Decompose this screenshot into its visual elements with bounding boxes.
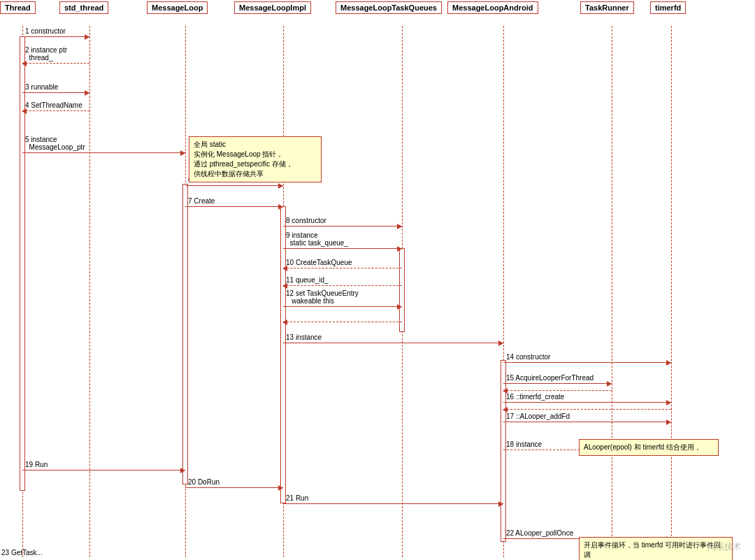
watermark: 淘系技术 (707, 541, 741, 553)
sequence-arrow (22, 92, 89, 93)
step-label: 19 Run (25, 461, 48, 468)
sequence-arrow (283, 226, 402, 227)
step-label: 4 SetThreadName (25, 101, 82, 109)
arrow-head (278, 204, 283, 210)
arrow-head (282, 320, 287, 325)
sequence-arrow (185, 185, 283, 186)
step-label: 17 ::ALooper_addFd (506, 412, 570, 420)
arrow-head (85, 90, 89, 96)
actor-messageloopimpl: MessageLoopImpl (234, 1, 311, 14)
step-label: 13 instance (286, 333, 322, 341)
arrow-head (22, 108, 27, 114)
sequence-arrow (503, 390, 612, 391)
arrow-head (282, 283, 287, 289)
sequence-arrow (283, 285, 402, 286)
step-label: 8 constructor (286, 217, 326, 224)
step-23-hint: 23 GetTask... (1, 549, 43, 557)
step-label: 1 constructor (25, 27, 66, 35)
note-note1: 全局 static 实例化 MessageLoop 指针， 通过 pthread… (189, 136, 322, 182)
activation-messageloop (182, 184, 188, 484)
activation-messageloopimpl (280, 206, 286, 503)
actor-thread: Thread (0, 1, 36, 14)
sequence-arrow (22, 36, 89, 37)
lifeline-std_thread (89, 26, 90, 557)
sequence-arrow (22, 470, 185, 471)
activation-messageloopandroid (501, 360, 506, 542)
actor-std_thread: std_thread (59, 1, 108, 14)
activation-thread (20, 36, 25, 491)
step-label: 14 constructor (506, 353, 550, 361)
sequence-arrow (185, 487, 283, 488)
lifeline-timerfd (671, 26, 672, 557)
activation-messagelooptaskqueues (399, 248, 405, 332)
step-label: 21 Run (286, 494, 308, 502)
step-label: 9 instance static task_queue_ (286, 231, 348, 247)
step-label: 22 ALooper_pollOnce (506, 529, 573, 537)
actor-timerfd: timerfd (650, 1, 686, 14)
step-label: 5 instance MessageLoop_ptr (25, 136, 85, 151)
actor-taskrunner: TaskRunner (580, 1, 634, 14)
arrow-head (22, 61, 27, 66)
arrow-head (498, 340, 503, 346)
sequence-arrow (283, 343, 503, 343)
arrow-head (397, 224, 402, 229)
arrow-head (282, 266, 287, 271)
sequence-arrow (503, 383, 612, 384)
arrow-head (498, 501, 503, 507)
arrow-head (666, 419, 671, 425)
sequence-arrow (503, 409, 671, 410)
sequence-arrow (283, 322, 402, 322)
arrow-head (397, 246, 402, 252)
step-label: 7 Create (188, 197, 215, 205)
sequence-arrow (503, 362, 671, 363)
step-label: 2 instance ptr thread_ (25, 46, 67, 62)
sequence-arrow (283, 268, 402, 268)
step-label: 15 AcquireLooperForThread (506, 374, 594, 382)
sequence-arrow (503, 402, 671, 403)
step-label: 16 ::timerfd_create (506, 393, 564, 401)
sequence-arrow (283, 503, 503, 504)
sequence-arrow (22, 63, 89, 64)
sequence-arrow (22, 110, 89, 111)
sequence-diagram: Threadstd_threadMessageLoopMessageLoopIm… (0, 0, 755, 560)
sequence-arrow (283, 306, 402, 307)
actor-messagelooptaskqueues: MessageLoopTaskQueues (336, 1, 442, 14)
sequence-arrow (503, 422, 671, 422)
step-label: 11 queue_id_ (286, 276, 329, 284)
sequence-arrow (283, 248, 402, 249)
arrow-head (666, 400, 671, 405)
actor-messageloop: MessageLoop (147, 1, 208, 14)
arrow-head (666, 360, 671, 366)
step-label: 3 runnable (25, 83, 58, 91)
arrow-head (85, 34, 89, 40)
arrow-head (180, 468, 185, 473)
note-note2: ALooper(epool) 和 timerfd 结合使用， (579, 439, 719, 456)
lifeline-taskrunner (612, 26, 612, 557)
step-label: 10 CreateTaskQueue (286, 259, 352, 266)
arrow-head (278, 485, 283, 491)
step-label: 20 DoRun (188, 478, 220, 486)
step-label: 18 instance (506, 440, 542, 448)
arrow-head (607, 381, 612, 387)
arrow-head (503, 407, 508, 412)
sequence-arrow (22, 152, 185, 153)
step-label: 12 set TaskQueueEntry wakeable this (286, 289, 359, 305)
arrow-head (278, 183, 283, 189)
arrow-head (397, 304, 402, 310)
actor-messageloopandroid: MessageLoopAndroid (447, 1, 538, 14)
sequence-arrow (185, 206, 283, 207)
arrow-head (180, 150, 185, 156)
